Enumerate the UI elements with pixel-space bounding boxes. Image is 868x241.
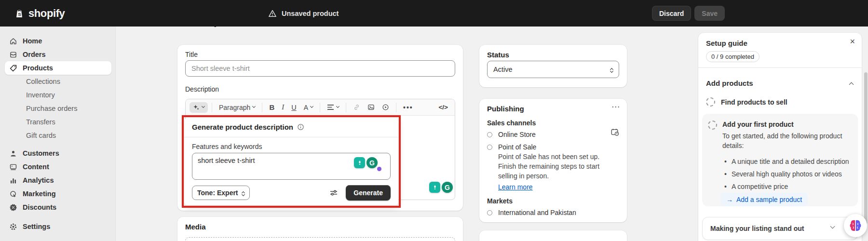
publishing-card: Publishing ⋯ Sales channels Online Store… [479, 99, 627, 222]
sidebar-item-customers[interactable]: Customers [5, 147, 111, 160]
analytics-icon [9, 176, 17, 185]
insert-image-button[interactable] [365, 102, 378, 112]
setup-item-find-products[interactable]: Find products to sell [706, 97, 787, 107]
paragraph-style-dropdown[interactable]: Paragraph [216, 102, 258, 113]
sidebar-item-collections[interactable]: Collections [5, 75, 111, 88]
grammarly-icon[interactable]: G [442, 182, 453, 193]
channel-dot-icon [487, 145, 492, 150]
tone-label: Tone: Expert [197, 189, 238, 197]
orders-icon [9, 51, 17, 59]
setup-item-add-first-product[interactable]: Add your first product To get started, a… [702, 114, 858, 206]
publishing-more-button[interactable]: ⋯ [611, 102, 620, 112]
generate-button[interactable]: Generate [346, 185, 391, 201]
sidebar-item-discounts[interactable]: Discounts [5, 201, 111, 214]
sidebar-settings: Settings [5, 220, 111, 233]
sidebar-item-label: Analytics [23, 176, 54, 184]
sidebar-item-label: Collections [26, 78, 60, 85]
setup-item-title: Add your first product [722, 120, 794, 128]
sidebar-item-label: Customers [23, 149, 59, 157]
sidebar-item-settings[interactable]: Settings [5, 220, 111, 233]
media-dropzone[interactable] [185, 237, 455, 241]
grammarly-widget[interactable]: G [429, 182, 453, 193]
sidebar-item-home[interactable]: Home [5, 34, 111, 48]
sidebar-item-products[interactable]: Products [5, 61, 111, 75]
more-formatting-button[interactable]: ••• [400, 102, 416, 113]
discard-button[interactable]: Discard [652, 6, 691, 21]
sidebar-item-orders[interactable]: Orders [5, 48, 111, 61]
text-color-button[interactable]: A [301, 102, 316, 113]
schedule-calendar-icon[interactable] [610, 128, 619, 136]
incomplete-step-icon[interactable] [708, 120, 717, 130]
scrollbar-thumb[interactable] [864, 72, 868, 224]
chevron-down-icon [310, 105, 313, 108]
bullet-text: A unique title and a detailed descriptio… [732, 158, 849, 165]
status-heading: Status [487, 51, 509, 59]
ai-magic-button[interactable] [190, 102, 208, 113]
setup-guide-panel: Setup guide × 0 / 9 completed Add produc… [698, 33, 862, 241]
setup-item-label: Find products to sell [721, 98, 787, 106]
status-value: Active [493, 66, 513, 73]
markets-row: International and Pakistan [487, 209, 576, 216]
sidebar-item-label: Settings [23, 223, 50, 230]
progress-badge: 0 / 9 completed [706, 51, 760, 62]
pos-note: Point of Sale has not been set up. Finis… [498, 152, 613, 181]
sidebar-item-purchase-orders[interactable]: Purchase orders [5, 102, 111, 115]
unsaved-status: Unsaved product [268, 0, 339, 27]
gear-icon [9, 223, 17, 231]
sidebar: Home Orders Products Collections Invento… [0, 27, 116, 241]
channel-dot-icon [487, 132, 492, 137]
topbar-actions: Discard Save [652, 6, 725, 21]
status-select[interactable]: Active [487, 61, 619, 78]
add-sample-product-link[interactable]: → Add a sample product [720, 193, 808, 206]
popup-actions-row: Tone: Expert Generate [192, 185, 391, 201]
sidebar-item-label: Purchase orders [26, 105, 77, 112]
grammarly-widget[interactable]: G [354, 157, 378, 168]
title-label: Title [185, 51, 198, 58]
italic-button[interactable]: I [279, 102, 287, 113]
title-input[interactable] [185, 60, 455, 77]
chevron-up-icon[interactable] [849, 82, 854, 87]
suggestion-bulb-icon[interactable] [354, 157, 365, 168]
channel-label: Online Store [498, 131, 536, 138]
sidebar-item-gift-cards[interactable]: Gift cards [5, 129, 111, 142]
popup-heading: Generate product description [192, 123, 293, 131]
sidebar-item-label: Products [23, 64, 53, 72]
incomplete-step-icon[interactable] [706, 97, 715, 107]
grammarly-icon[interactable]: G [366, 157, 378, 168]
sidebar-item-label: Inventory [26, 91, 55, 99]
chevron-down-icon [830, 224, 835, 229]
bold-button[interactable]: B [266, 102, 277, 113]
sidebar-item-inventory[interactable]: Inventory [5, 88, 111, 102]
assistant-fab[interactable] [844, 214, 867, 237]
info-icon[interactable] [297, 123, 304, 131]
setup-section-making-listing-stand-out[interactable]: Making your listing stand out [702, 217, 858, 240]
settings-sliders-icon[interactable] [329, 189, 338, 197]
popup-heading-row: Generate product description [192, 123, 304, 131]
insert-video-button[interactable] [379, 102, 392, 112]
alignment-button[interactable] [324, 103, 342, 112]
link-button[interactable] [350, 102, 363, 112]
save-button[interactable]: Save [694, 6, 725, 21]
sidebar-item-content[interactable]: Content [5, 160, 111, 174]
scrollbar-track[interactable] [863, 27, 868, 241]
bullet-icon: • [724, 170, 727, 178]
features-label: Features and keywords [192, 143, 262, 150]
learn-more-link[interactable]: Learn more [498, 183, 533, 191]
divider [698, 67, 862, 68]
media-heading: Media [185, 223, 206, 231]
tone-select[interactable]: Tone: Expert [192, 186, 250, 200]
sales-channels-label: Sales channels [487, 119, 536, 127]
underline-button[interactable]: U [288, 102, 299, 113]
markets-value: International and Pakistan [498, 209, 576, 216]
suggestion-bulb-icon[interactable] [429, 182, 440, 193]
sidebar-item-transfers[interactable]: Transfers [5, 115, 111, 129]
marketing-icon [9, 190, 17, 198]
code-view-button[interactable]: </> [435, 102, 451, 112]
unsaved-label: Unsaved product [282, 10, 339, 17]
close-icon[interactable]: × [850, 37, 855, 47]
editor-toolbar: Paragraph B I U A [186, 99, 455, 116]
sidebar-item-marketing[interactable]: Marketing [5, 187, 111, 201]
sidebar-item-analytics[interactable]: Analytics [5, 174, 111, 187]
shopify-logo[interactable]: S shopify [14, 0, 65, 27]
updown-icon [242, 190, 244, 196]
